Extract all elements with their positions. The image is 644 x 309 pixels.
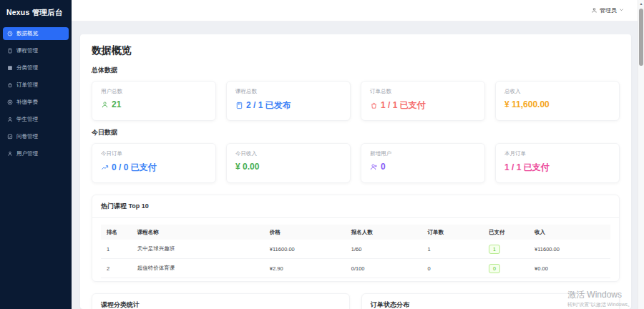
hot-courses-card: 热门课程 Top 10 排名 课程名称 价格 报名人数 订单数 已支付 收入 bbox=[92, 195, 620, 282]
stat-value: ¥ 0.00 bbox=[235, 162, 341, 172]
vertical-scrollbar: ▲ bbox=[638, 0, 644, 309]
today-cards-row: 今日订单 0 / 0 已支付 今日收入 ¥ 0.00 新增用户 0 bbox=[92, 143, 620, 183]
stat-label: 总收入 bbox=[504, 88, 610, 95]
survey-icon bbox=[7, 134, 13, 139]
stat-value: 1 / 1 已支付 bbox=[504, 162, 610, 174]
chevron-down-icon bbox=[619, 7, 624, 14]
sidebar: Nexus 管理后台 数据概览 课程管理 分类管理 订单管理 bbox=[0, 0, 72, 309]
stat-value: ¥ 11,600.00 bbox=[504, 99, 610, 109]
stat-card-total-users: 用户总数 21 bbox=[92, 81, 216, 121]
book-icon bbox=[235, 102, 243, 109]
sidebar-item-categories[interactable]: 分类管理 bbox=[3, 62, 69, 74]
cell-price: ¥11600.00 bbox=[264, 240, 346, 259]
course-icon bbox=[7, 48, 13, 54]
table-row: 2 超值特价体育课 ¥2.90 0/100 0 0 ¥0.00 bbox=[101, 259, 610, 278]
category-icon bbox=[7, 65, 13, 71]
user-menu[interactable]: 管理员 bbox=[591, 6, 624, 14]
cell-name: 超值特价体育课 bbox=[132, 259, 264, 278]
sidebar-item-surveys[interactable]: 问卷管理 bbox=[3, 130, 69, 143]
bag-icon bbox=[370, 102, 378, 109]
stat-label: 课程总数 bbox=[235, 88, 341, 95]
col-name: 课程名称 bbox=[132, 225, 264, 240]
stat-card-total-revenue: 总收入 ¥ 11,600.00 bbox=[495, 81, 620, 121]
user-avatar-icon bbox=[591, 7, 597, 14]
hot-courses-table: 排名 课程名称 价格 报名人数 订单数 已支付 收入 1 天中足球兴趣班 bbox=[101, 225, 610, 278]
page-title: 数据概览 bbox=[92, 44, 620, 57]
stat-card-new-users: 新增用户 0 bbox=[361, 143, 485, 183]
cell-paid: 0 bbox=[483, 259, 529, 278]
sidebar-item-orders[interactable]: 订单管理 bbox=[3, 79, 69, 92]
section-title-overall: 总体数据 bbox=[92, 66, 620, 75]
sidebar-item-label: 数据概览 bbox=[16, 30, 38, 37]
user-icon bbox=[7, 151, 13, 157]
sidebar-item-label: 订单管理 bbox=[16, 82, 38, 89]
stat-label: 今日收入 bbox=[235, 150, 341, 157]
user-name: 管理员 bbox=[600, 6, 617, 14]
section-title-today: 今日数据 bbox=[92, 128, 620, 137]
trend-up-icon bbox=[101, 164, 109, 172]
cell-name: 天中足球兴趣班 bbox=[132, 240, 264, 259]
sidebar-item-courses[interactable]: 课程管理 bbox=[3, 44, 69, 57]
stat-card-month-orders: 本月订单 1 / 1 已支付 bbox=[495, 143, 620, 183]
overall-cards-row: 用户总数 21 课程总数 2 / 1 已发布 订单总数 1 / 1 已支付 bbox=[92, 81, 620, 121]
cell-paid: 1 bbox=[483, 240, 529, 259]
paid-badge: 0 bbox=[489, 264, 500, 273]
cell-revenue: ¥0.00 bbox=[529, 259, 610, 278]
order-status-distribution-card: 订单状态分布 bbox=[361, 293, 620, 309]
stat-card-total-orders: 订单总数 1 / 1 已支付 bbox=[361, 81, 485, 121]
sidebar-item-label: 补缴学费 bbox=[16, 99, 38, 106]
fee-icon bbox=[7, 99, 13, 105]
app-logo: Nexus 管理后台 bbox=[0, 0, 72, 27]
scrollbar-up-arrow[interactable]: ▲ bbox=[638, 0, 644, 7]
table-row: 1 天中足球兴趣班 ¥11600.00 1/60 1 1 ¥11600.00 bbox=[101, 240, 610, 259]
order-icon bbox=[7, 82, 13, 88]
sidebar-item-students[interactable]: 学生管理 bbox=[3, 113, 69, 126]
dashboard-panel: 数据概览 总体数据 用户总数 21 课程总数 2 / 1 已发布 订单总数 bbox=[80, 34, 631, 309]
sidebar-item-label: 问卷管理 bbox=[16, 133, 38, 140]
stat-card-total-courses: 课程总数 2 / 1 已发布 bbox=[226, 81, 351, 121]
stat-label: 新增用户 bbox=[370, 150, 476, 157]
table-header-row: 排名 课程名称 价格 报名人数 订单数 已支付 收入 bbox=[101, 225, 610, 240]
cell-orders: 0 bbox=[422, 259, 483, 278]
paid-badge: 1 bbox=[489, 245, 500, 254]
user-icon bbox=[101, 101, 109, 109]
col-orders: 订单数 bbox=[422, 225, 483, 240]
col-paid: 已支付 bbox=[483, 225, 529, 240]
stat-label: 用户总数 bbox=[101, 88, 207, 95]
sidebar-item-dashboard[interactable]: 数据概览 bbox=[3, 27, 69, 40]
cell-revenue: ¥11600.00 bbox=[529, 240, 610, 259]
stat-value: 21 bbox=[101, 99, 207, 109]
cell-orders: 1 bbox=[422, 240, 483, 259]
stat-label: 今日订单 bbox=[101, 150, 207, 157]
user-add-icon bbox=[370, 163, 378, 171]
cell-enrolled: 1/60 bbox=[346, 240, 422, 259]
hot-courses-title: 热门课程 Top 10 bbox=[92, 195, 619, 218]
cell-enrolled: 0/100 bbox=[346, 259, 422, 278]
sidebar-item-users[interactable]: 用户管理 bbox=[3, 147, 69, 160]
col-rank: 排名 bbox=[101, 225, 132, 240]
course-category-stats-card: 课程分类统计 bbox=[92, 293, 350, 309]
sidebar-item-label: 学生管理 bbox=[16, 116, 38, 123]
stat-label: 订单总数 bbox=[370, 88, 476, 95]
cell-rank: 1 bbox=[101, 240, 132, 259]
sidebar-item-label: 分类管理 bbox=[16, 64, 38, 72]
stat-card-today-revenue: 今日收入 ¥ 0.00 bbox=[226, 143, 351, 183]
cell-price: ¥2.90 bbox=[264, 259, 346, 278]
stat-value: 0 / 0 已支付 bbox=[101, 162, 207, 174]
stat-value: 2 / 1 已发布 bbox=[235, 99, 341, 112]
scrollbar-thumb[interactable] bbox=[639, 9, 643, 66]
course-category-stats-title: 课程分类统计 bbox=[92, 294, 349, 309]
col-revenue: 收入 bbox=[529, 225, 610, 240]
stat-label: 本月订单 bbox=[504, 150, 610, 157]
col-price: 价格 bbox=[264, 225, 346, 240]
stat-card-today-orders: 今日订单 0 / 0 已支付 bbox=[92, 143, 216, 183]
sidebar-item-fees[interactable]: 补缴学费 bbox=[3, 96, 69, 109]
hot-courses-table-wrap: 排名 课程名称 价格 报名人数 订单数 已支付 收入 1 天中足球兴趣班 bbox=[92, 218, 619, 281]
col-enrolled: 报名人数 bbox=[346, 225, 422, 240]
cell-rank: 2 bbox=[101, 259, 132, 278]
sidebar-item-label: 用户管理 bbox=[16, 150, 38, 157]
main-area: 管理员 数据概览 总体数据 用户总数 21 课程总数 2 / 1 已发布 bbox=[72, 0, 644, 309]
order-status-distribution-title: 订单状态分布 bbox=[362, 294, 619, 309]
stat-value: 1 / 1 已支付 bbox=[370, 99, 476, 112]
stat-value: 0 bbox=[370, 162, 476, 172]
